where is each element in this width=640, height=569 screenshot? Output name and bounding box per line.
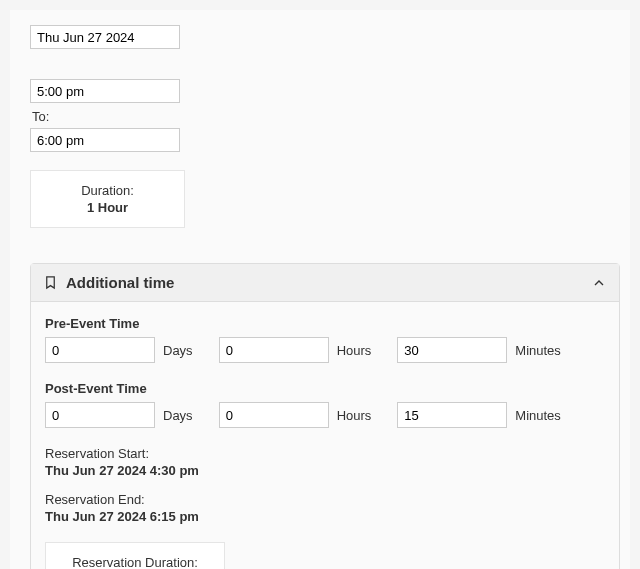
post-days-unit: Days (163, 408, 193, 423)
reservation-start-value: Thu Jun 27 2024 4:30 pm (45, 463, 605, 478)
end-time-input[interactable] (30, 128, 180, 152)
panel-body: Pre-Event Time Days Hours Minutes Post-E… (31, 302, 619, 569)
reservation-duration-label: Reservation Duration: (56, 555, 214, 569)
additional-time-panel: Additional time Pre-Event Time Days Hour… (30, 263, 620, 569)
pre-minutes-unit: Minutes (515, 343, 561, 358)
reservation-duration-box: Reservation Duration: 1 Hour, 45 Minutes (45, 542, 225, 569)
duration-label: Duration: (39, 183, 176, 198)
post-minutes-input[interactable] (397, 402, 507, 428)
reservation-end-value: Thu Jun 27 2024 6:15 pm (45, 509, 605, 524)
post-hours-input[interactable] (219, 402, 329, 428)
pre-hours-unit: Hours (337, 343, 372, 358)
reservation-end-label: Reservation End: (45, 492, 605, 507)
post-event-row: Days Hours Minutes (45, 402, 605, 428)
pre-event-label: Pre-Event Time (45, 316, 605, 331)
start-time-input[interactable] (30, 79, 180, 103)
pre-hours-input[interactable] (219, 337, 329, 363)
post-event-label: Post-Event Time (45, 381, 605, 396)
panel-title: Additional time (66, 274, 174, 291)
chevron-up-icon[interactable] (591, 275, 607, 291)
panel-header[interactable]: Additional time (31, 264, 619, 302)
post-days-input[interactable] (45, 402, 155, 428)
pre-days-input[interactable] (45, 337, 155, 363)
pre-minutes-input[interactable] (397, 337, 507, 363)
date-input[interactable] (30, 25, 180, 49)
bookmark-icon (43, 275, 58, 290)
duration-box: Duration: 1 Hour (30, 170, 185, 228)
form-container: To: Duration: 1 Hour Additional time Pre… (10, 10, 630, 569)
duration-value: 1 Hour (39, 200, 176, 215)
post-hours-unit: Hours (337, 408, 372, 423)
post-minutes-unit: Minutes (515, 408, 561, 423)
reservation-start-label: Reservation Start: (45, 446, 605, 461)
pre-event-row: Days Hours Minutes (45, 337, 605, 363)
to-label: To: (32, 109, 620, 124)
pre-days-unit: Days (163, 343, 193, 358)
